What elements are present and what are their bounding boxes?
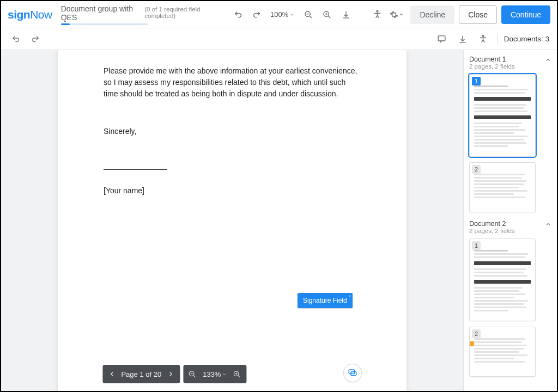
- prev-page-icon[interactable]: [106, 368, 118, 380]
- top-bar: signNow Document group with QES (0 of 1 …: [1, 1, 557, 28]
- zoom-dropdown[interactable]: 133%: [202, 370, 228, 378]
- top-zoom-dropdown[interactable]: 100%: [269, 10, 296, 19]
- chevron-down-icon: [399, 12, 404, 17]
- svg-rect-8: [438, 36, 445, 41]
- progress-bar: [61, 23, 148, 25]
- document-page[interactable]: Please provide me with the above informa…: [58, 50, 407, 391]
- chat-fab-icon[interactable]: [343, 364, 362, 382]
- chevron-down-icon: [222, 372, 227, 377]
- field-marker-icon: [469, 341, 474, 346]
- top-zoom-value: 100%: [270, 10, 288, 19]
- svg-line-4: [328, 16, 330, 18]
- body-paragraph: Please provide me with the above informa…: [104, 65, 361, 100]
- zoom-out-icon[interactable]: [186, 368, 198, 380]
- thumbnail-panel[interactable]: Document 1 2 pages, 2 fields 1: [463, 50, 557, 391]
- required-fields-text: (0 of 1 required field completed): [144, 6, 219, 19]
- second-bar: Documents: 3: [1, 28, 557, 50]
- doc1-sub: 2 pages, 2 fields: [469, 63, 515, 70]
- accessibility-top-icon[interactable]: [371, 8, 383, 22]
- thumbnail-doc2-page1[interactable]: 1: [469, 238, 536, 321]
- thumb-number: 1: [472, 241, 481, 250]
- sincerely-text: Sincerely,: [104, 126, 361, 137]
- thumbnail-doc1-page2[interactable]: 2: [469, 162, 536, 212]
- bottom-toolbar: Page 1 of 20 133%: [102, 365, 246, 383]
- page-indicator: Page 1 of 20: [121, 370, 161, 378]
- documents-count: Documents: 3: [504, 35, 549, 43]
- redo-icon[interactable]: [28, 32, 43, 46]
- svg-line-14: [238, 375, 240, 377]
- app-logo: signNow: [8, 8, 52, 21]
- title-block: Document group with QES (0 of 1 required…: [61, 4, 219, 25]
- zoom-in-top-icon[interactable]: [321, 8, 333, 22]
- svg-line-11: [193, 375, 196, 377]
- logo-part1: sign: [8, 8, 30, 21]
- thumbnail-doc1-page1[interactable]: 1: [469, 74, 536, 157]
- next-page-icon[interactable]: [165, 368, 177, 380]
- collapse-doc2-icon[interactable]: [545, 221, 551, 228]
- bottom-zoom-value: 133%: [203, 370, 221, 378]
- collapse-doc1-icon[interactable]: [545, 57, 551, 63]
- main-area: Please provide me with the above informa…: [1, 50, 557, 391]
- decline-button[interactable]: Decline: [410, 5, 454, 24]
- page-nav-group: Page 1 of 20: [102, 365, 180, 383]
- your-name-placeholder: [Your name]: [104, 185, 361, 197]
- document-title: Document group with QES: [61, 4, 137, 22]
- svg-line-1: [310, 16, 312, 18]
- thumbnail-doc2-page2[interactable]: 2: [469, 327, 536, 377]
- doc1-name: Document 1: [469, 56, 515, 63]
- download-top-icon[interactable]: [339, 8, 351, 22]
- undo-icon[interactable]: [9, 32, 23, 46]
- signature-field-label: Signature Field: [303, 297, 347, 304]
- redo-top-icon[interactable]: [251, 8, 263, 22]
- doc2-sub: 2 pages, 2 fields: [469, 228, 515, 234]
- logo-part2: Now: [30, 8, 52, 21]
- thumb-number: 2: [472, 329, 481, 338]
- comments-icon[interactable]: [435, 32, 449, 46]
- doc-section-1: Document 1 2 pages, 2 fields 1: [469, 56, 551, 212]
- zoom-group: 133%: [183, 365, 246, 383]
- svg-point-7: [377, 10, 378, 12]
- svg-point-9: [482, 35, 484, 36]
- canvas-area[interactable]: Please provide me with the above informa…: [1, 50, 463, 391]
- thumb-number: 2: [472, 165, 481, 174]
- close-button[interactable]: Close: [459, 5, 497, 24]
- download-icon[interactable]: [456, 32, 470, 46]
- doc2-name: Document 2: [469, 220, 515, 228]
- continue-button[interactable]: Continue: [501, 5, 550, 24]
- accessibility-icon[interactable]: [476, 32, 490, 46]
- zoom-in-icon[interactable]: [231, 368, 243, 380]
- zoom-out-top-icon[interactable]: [302, 8, 314, 22]
- settings-top-icon[interactable]: [390, 8, 404, 22]
- signature-field[interactable]: Signature Field: [298, 293, 353, 308]
- doc-section-2: Document 2 2 pages, 2 fields 1: [469, 220, 551, 377]
- signature-line: [104, 161, 167, 170]
- thumb-number: 1: [472, 77, 481, 85]
- divider: [497, 33, 498, 45]
- chevron-down-icon: [289, 12, 295, 17]
- undo-top-icon[interactable]: [232, 8, 244, 22]
